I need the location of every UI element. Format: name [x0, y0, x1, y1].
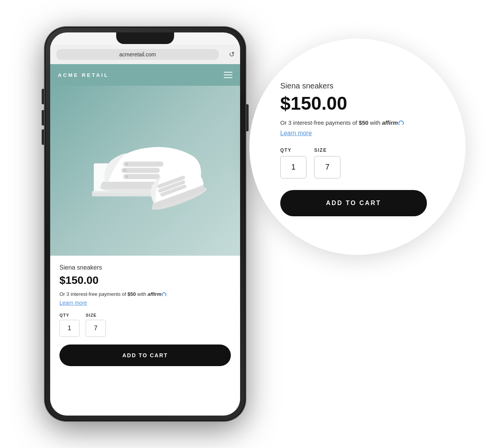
zoom-product-name: Siena sneakers [280, 81, 334, 90]
affirm-circle-icon [162, 292, 166, 297]
size-input-small[interactable]: 7 [86, 320, 106, 337]
phone-frame: acmeretail.com ↺ ACME RETAIL [45, 27, 246, 421]
qty-size-row-small: QTY 1 SIZE 7 [59, 313, 231, 337]
zoom-affirm-brand: affirm [382, 119, 398, 126]
zoom-size-value: 7 [325, 163, 329, 171]
svg-rect-6 [123, 174, 160, 179]
phone-affirm-text: Or 3 interest-free payments of $50 with … [59, 290, 231, 298]
zoom-qty-size-row: QTY 1 SIZE 7 [280, 148, 340, 178]
sneaker-image [72, 97, 218, 244]
hamburger-line-2 [224, 75, 232, 75]
learn-more-link-small[interactable]: Learn more [59, 300, 231, 306]
zoom-product-price: $150.00 [280, 94, 347, 113]
svg-rect-4 [123, 161, 164, 166]
size-value-small: 7 [94, 325, 98, 332]
phone-device: acmeretail.com ↺ ACME RETAIL [45, 27, 246, 421]
qty-group-small: QTY 1 [59, 313, 80, 337]
qty-label-small: QTY [59, 313, 80, 317]
affirm-suffix: with [136, 291, 147, 297]
scene: acmeretail.com ↺ ACME RETAIL [33, 19, 458, 429]
qty-value-small: 1 [68, 325, 71, 332]
size-group-small: SIZE 7 [86, 313, 106, 337]
zoom-content: Siena sneakers $150.00 Or 3 interest-fre… [249, 39, 466, 255]
site-header: ACME RETAIL [50, 64, 240, 86]
zoom-affirm-amount: $50 [359, 119, 368, 126]
site-logo: ACME RETAIL [58, 72, 109, 78]
zoom-add-to-cart-button[interactable]: ADD TO CART [280, 190, 427, 216]
zoom-qty-value: 1 [291, 163, 295, 171]
svg-point-8 [124, 169, 127, 172]
svg-rect-5 [121, 168, 160, 173]
svg-point-9 [125, 175, 129, 178]
phone-product-info: Siena sneakers $150.00 Or 3 interest-fre… [50, 256, 240, 416]
zoom-add-to-cart-label: ADD TO CART [326, 200, 381, 207]
affirm-amount: $50 [127, 291, 136, 297]
zoom-size-group: SIZE 7 [314, 148, 340, 178]
url-bar[interactable]: acmeretail.com [56, 49, 219, 60]
add-to-cart-button-small[interactable]: ADD TO CART [59, 344, 231, 366]
zoom-circle: Siena sneakers $150.00 Or 3 interest-fre… [249, 39, 466, 255]
zoom-size-label: SIZE [314, 148, 340, 153]
phone-screen: acmeretail.com ↺ ACME RETAIL [50, 32, 240, 416]
zoom-qty-input[interactable]: 1 [280, 156, 306, 178]
zoom-affirm-suffix: with [368, 119, 382, 126]
qty-input-small[interactable]: 1 [59, 320, 80, 337]
phone-product-price: $150.00 [59, 274, 231, 287]
add-to-cart-label-small: ADD TO CART [122, 352, 168, 358]
zoom-learn-more-link[interactable]: Learn more [280, 130, 312, 137]
phone-product-name: Siena sneakers [59, 264, 231, 271]
zoom-qty-group: QTY 1 [280, 148, 306, 178]
hamburger-menu[interactable] [224, 72, 232, 78]
hamburger-line-3 [224, 77, 232, 78]
affirm-prefix: Or 3 interest-free payments of [59, 291, 127, 297]
product-image-area [50, 86, 240, 256]
zoom-affirm-text: Or 3 interest-free payments of $50 with … [280, 118, 404, 127]
hamburger-line-1 [224, 72, 232, 73]
zoom-product-name-text: Siena sneakers [280, 81, 334, 90]
refresh-icon[interactable]: ↺ [229, 50, 235, 59]
zoom-qty-label: QTY [280, 148, 306, 153]
size-label-small: SIZE [86, 313, 106, 317]
zoom-size-input[interactable]: 7 [314, 156, 340, 178]
affirm-brand: affirm [147, 291, 161, 297]
browser-bar: acmeretail.com ↺ [50, 45, 240, 64]
svg-point-7 [125, 163, 129, 166]
zoom-affirm-prefix: Or 3 interest-free payments of [280, 119, 359, 126]
phone-notch [116, 32, 174, 44]
zoom-affirm-circle-icon [398, 120, 404, 126]
